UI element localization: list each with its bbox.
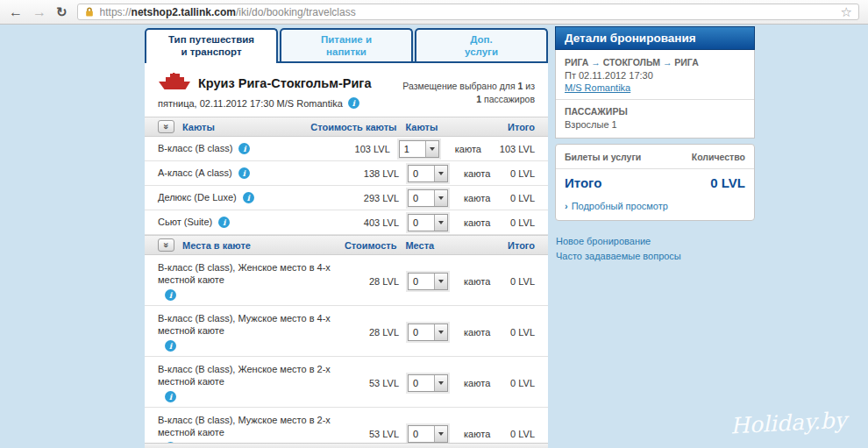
totals-box: Билеты и услуги Количество Итого 0 LVL ›… bbox=[555, 144, 755, 221]
passengers-value: Взрослые 1 bbox=[565, 119, 745, 130]
row-total: 0 LVL bbox=[510, 429, 535, 439]
cabin-row: Делюкс (De Luxe) i 293 LVL 0 каюта 0 LVL bbox=[145, 186, 548, 210]
quantity-select[interactable]: 1 bbox=[399, 140, 439, 158]
cabin-row: Сьют (Suite) i 403 LVL 0 каюта 0 LVL bbox=[145, 210, 548, 235]
cabin-name: А-класс (A class) bbox=[158, 167, 232, 178]
seat-name: B-класс (B class), Мужское место в 4-х м… bbox=[158, 313, 331, 336]
collapse-section-button[interactable]: » bbox=[158, 238, 174, 252]
section-title: Места в каюте bbox=[182, 240, 251, 251]
quantity-label: Количество bbox=[692, 152, 745, 162]
back-button[interactable]: ← bbox=[9, 5, 23, 19]
ship-link[interactable]: M/S Romantika bbox=[565, 82, 630, 93]
cabin-name: Сьют (Suite) bbox=[158, 217, 212, 227]
seat-price: 28 LVL bbox=[354, 327, 399, 338]
url-text: https://netshop2.tallink.com/iki/do/book… bbox=[100, 6, 356, 18]
faq-link[interactable]: Часто задаваемые вопросы bbox=[556, 249, 755, 264]
row-total: 103 LVL bbox=[500, 144, 535, 154]
row-total: 0 LVL bbox=[510, 168, 535, 179]
reload-button[interactable]: ↻ bbox=[56, 5, 68, 18]
detailed-view-link[interactable]: ›Подробный просмотр bbox=[565, 201, 745, 211]
sidebar-links: Новое бронирование Часто задаваемые вопр… bbox=[555, 234, 755, 264]
tickets-services-label: Билеты и услуги bbox=[565, 152, 641, 162]
row-total: 0 LVL bbox=[510, 276, 535, 287]
unit-label: каюта bbox=[448, 327, 510, 338]
row-total: 0 LVL bbox=[510, 217, 535, 228]
cabin-price: 403 LVL bbox=[354, 217, 399, 228]
route-arrow-icon: → bbox=[663, 57, 672, 68]
chevron-down-icon bbox=[434, 274, 447, 289]
sidebar-title: Детали бронирования bbox=[555, 26, 755, 50]
unit-label: каюта bbox=[448, 168, 510, 179]
cabins-section-header: » Каюты Стоимость каюты Каюты Итого bbox=[145, 117, 548, 137]
divider bbox=[556, 168, 754, 169]
tab-extra-services[interactable]: Доп. услуги bbox=[415, 28, 548, 61]
cabins-section: » Каюты Стоимость каюты Каюты Итого B-кл… bbox=[145, 117, 548, 235]
row-total: 0 LVL bbox=[510, 193, 535, 203]
quantity-select[interactable]: 0 bbox=[408, 273, 448, 290]
cabin-row: А-класс (A class) i 138 LVL 0 каюта 0 LV… bbox=[145, 161, 548, 186]
seats-section: » Места в каюте Стоимость Места Итого B-… bbox=[145, 235, 548, 448]
cruise-subtitle: пятница, 02.11.2012 17:30 M/S Romantika … bbox=[158, 97, 371, 109]
unit-label: каюта bbox=[448, 276, 510, 287]
address-bar[interactable]: https://netshop2.tallink.com/iki/do/book… bbox=[77, 4, 859, 20]
tab-food-drinks[interactable]: Питание и напитки bbox=[280, 28, 413, 61]
quantity-select[interactable]: 0 bbox=[408, 425, 448, 443]
seat-name: B-класс (B class), Женское место в 2-х м… bbox=[158, 364, 331, 387]
seat-price: 53 LVL bbox=[354, 378, 399, 388]
cruise-header: Круиз Рига-Стокгольм-Рига пятница, 02.11… bbox=[145, 63, 548, 117]
collapse-section-button[interactable]: » bbox=[158, 120, 174, 133]
info-icon[interactable]: i bbox=[238, 167, 250, 179]
seat-row: B-класс (B class), Женское место в 2-х м… bbox=[145, 357, 548, 408]
total-label: Итого bbox=[565, 175, 601, 190]
chevron-down-icon bbox=[434, 324, 447, 340]
booking-details-sidebar: Детали бронирования РИГА → СТОКГОЛЬМ → Р… bbox=[555, 26, 755, 264]
browser-toolbar: ← → ↻ https://netshop2.tallink.com/iki/d… bbox=[0, 0, 868, 25]
unit-label: каюта bbox=[448, 429, 510, 439]
cabin-name: Делюкс (De Luxe) bbox=[158, 192, 237, 203]
main-content: Тип путешествия и транспорт Питание и на… bbox=[145, 28, 548, 448]
info-icon[interactable]: i bbox=[165, 391, 176, 402]
cabin-price: 103 LVL bbox=[347, 144, 390, 154]
quantity-select[interactable]: 0 bbox=[408, 189, 448, 207]
ship-icon bbox=[158, 73, 191, 94]
seat-row: B-класс (B class), Мужское место в 4-х м… bbox=[145, 306, 548, 357]
quantity-select[interactable]: 0 bbox=[408, 214, 448, 231]
column-header-quantity: Каюты bbox=[405, 122, 445, 132]
cabin-row: B-класс (B class) i 103 LVL 1 каюта 103 … bbox=[145, 137, 548, 161]
trip-summary-box: РИГА → СТОКГОЛЬМ → РИГА Пт 02.11.2012 17… bbox=[555, 50, 755, 139]
tab-bar: Тип путешествия и транспорт Питание и на… bbox=[145, 28, 548, 61]
placement-summary: Размещение выбрано для 1 из 1 пассажиров bbox=[402, 73, 535, 109]
departure-datetime: Пт 02.11.2012 17:30 bbox=[565, 70, 745, 81]
route-arrow-icon: → bbox=[591, 57, 601, 68]
quantity-select[interactable]: 0 bbox=[408, 374, 448, 392]
info-icon[interactable]: i bbox=[165, 340, 176, 352]
info-icon[interactable]: i bbox=[243, 192, 254, 203]
booking-panel: Круиз Рига-Стокгольм-Рига пятница, 02.11… bbox=[145, 61, 548, 448]
seat-name: B-класс (B class), Женское место в 4-х м… bbox=[158, 262, 331, 285]
seat-row: B-класс (B class), Женское место в 4-х м… bbox=[145, 255, 548, 306]
new-booking-link[interactable]: Новое бронирование bbox=[556, 234, 755, 249]
info-icon[interactable]: i bbox=[165, 289, 176, 301]
passengers-label: ПАССАЖИРЫ bbox=[565, 106, 745, 117]
seat-price: 28 LVL bbox=[354, 276, 399, 287]
chevron-down-icon bbox=[434, 426, 447, 442]
info-icon[interactable]: i bbox=[218, 217, 230, 228]
column-header-total: Итого bbox=[508, 122, 535, 132]
chevron-down-icon bbox=[434, 215, 447, 231]
bookmark-star-icon[interactable]: ☆ bbox=[841, 4, 852, 20]
info-icon[interactable]: i bbox=[238, 143, 250, 154]
lock-icon bbox=[84, 6, 95, 18]
tab-travel-type[interactable]: Тип путешествия и транспорт bbox=[145, 28, 278, 63]
chevron-down-icon bbox=[434, 375, 447, 391]
row-total: 0 LVL bbox=[510, 327, 535, 338]
total-value: 0 LVL bbox=[710, 175, 745, 190]
forward-button[interactable]: → bbox=[32, 5, 46, 19]
info-icon[interactable]: i bbox=[348, 97, 359, 109]
holiday-by-watermark: Holiday.by bbox=[730, 408, 848, 439]
column-header-quantity: Места bbox=[405, 240, 445, 251]
quantity-select[interactable]: 0 bbox=[408, 165, 448, 182]
seat-price: 53 LVL bbox=[354, 429, 399, 439]
divider bbox=[556, 99, 754, 100]
chevron-collapse-icon: » bbox=[161, 242, 171, 247]
quantity-select[interactable]: 0 bbox=[408, 324, 448, 341]
